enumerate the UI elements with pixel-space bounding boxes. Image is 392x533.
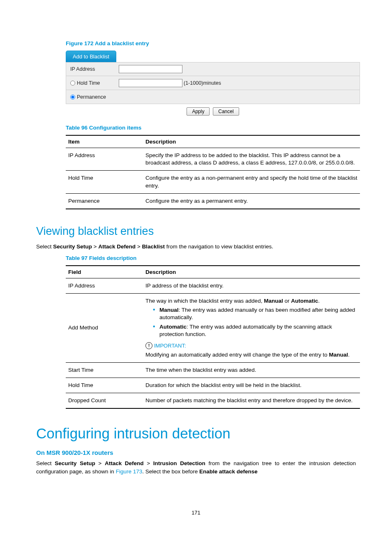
alert-icon: ! <box>145 342 152 349</box>
heading-viewing-blacklist: Viewing blacklist entries <box>36 225 356 238</box>
th-description: Description <box>143 135 360 148</box>
label-ip-address: IP Address <box>66 66 119 72</box>
ip-address-input[interactable] <box>119 65 182 73</box>
hold-time-input[interactable] <box>119 79 182 87</box>
table-row: IP Address IP address of the blacklist e… <box>66 278 360 293</box>
figure-172-form: Add to Blacklist IP Address Hold Time (1… <box>66 51 360 116</box>
figure173-link[interactable]: Figure 173 <box>116 468 143 475</box>
list-item: Manual: The entry was added manually or … <box>153 306 357 321</box>
table-row: Start Time The time when the blacklist e… <box>66 362 360 378</box>
heading-intrusion-detection: Configuring intrusion detection <box>36 425 356 442</box>
table-row: Permanence Configure the entry as a perm… <box>66 193 360 209</box>
table97-caption: Table 97 Fields description <box>66 255 356 261</box>
th-description: Description <box>143 266 360 278</box>
table-96: Item Description IP Address Specify the … <box>66 135 360 209</box>
hold-time-hint: (1-1000)minutes <box>184 80 221 86</box>
important-text: Modifying an automatically added entry w… <box>145 351 357 359</box>
figure-caption: Figure 172 Add a blacklist entry <box>66 40 356 46</box>
table-row-add-method: Add Method The way in which the blacklis… <box>66 293 360 362</box>
nav-path-viewing: Select Security Setup > Attack Defend > … <box>36 243 356 251</box>
label-hold-time: Hold Time <box>77 80 100 86</box>
table-row: Hold Time Configure the entry as a non-p… <box>66 171 360 193</box>
row-permanence: Permanence <box>66 90 360 104</box>
add-method-intro: The way in which the blacklist entry was… <box>145 297 357 305</box>
page-number: 171 <box>0 510 392 516</box>
th-field: Field <box>66 266 143 278</box>
table-row: Dropped Count Number of packets matching… <box>66 393 360 409</box>
row-ip-address: IP Address <box>66 62 360 76</box>
subheading-msr: On MSR 900/20-1X routers <box>36 449 356 456</box>
table-row: Hold Time Duration for which the blackli… <box>66 378 360 393</box>
table96-caption: Table 96 Configuration items <box>66 125 356 131</box>
intrusion-paragraph: Select Security Setup > Attack Defend > … <box>36 459 356 475</box>
label-permanence: Permanence <box>77 94 106 100</box>
apply-button[interactable]: Apply <box>187 107 210 116</box>
hold-time-radio[interactable] <box>70 81 75 86</box>
th-item: Item <box>66 135 143 148</box>
tab-add-to-blacklist[interactable]: Add to Blacklist <box>66 51 116 62</box>
cancel-button[interactable]: Cancel <box>213 107 239 116</box>
table-97: Field Description IP Address IP address … <box>66 265 360 409</box>
list-item: Automatic: The entry was added automatic… <box>153 323 357 338</box>
permanence-radio[interactable] <box>70 95 75 100</box>
important-label: ! IMPORTANT: <box>145 342 186 350</box>
row-hold-time: Hold Time (1-1000)minutes <box>66 76 360 90</box>
table-row: IP Address Specify the IP address to be … <box>66 148 360 171</box>
